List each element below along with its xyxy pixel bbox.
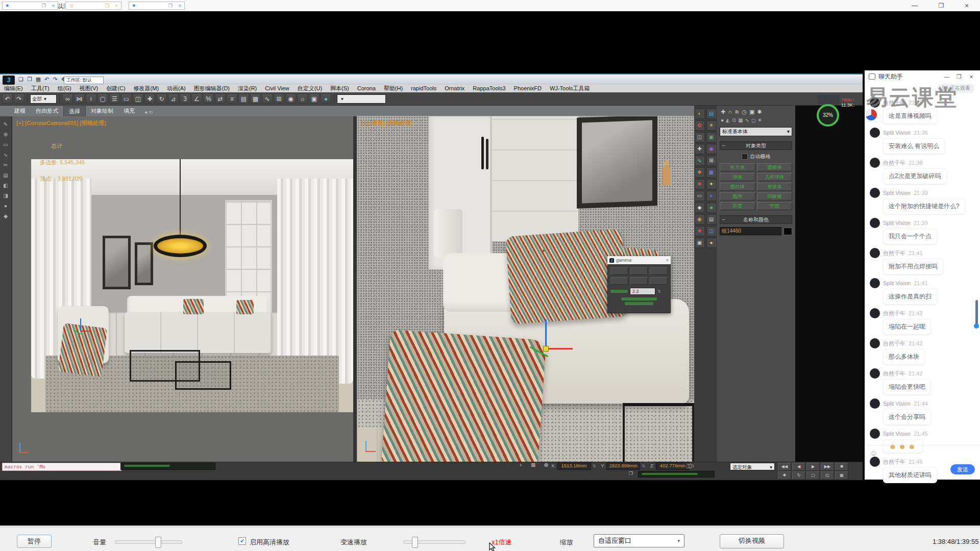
object-name-field[interactable]: 组14460 [720,227,781,235]
ribbon-tab[interactable]: 选择 [63,106,86,116]
graphite-icon[interactable]: ▦ [250,93,261,104]
undo-icon[interactable]: ↶ [44,76,49,83]
select-object-icon[interactable]: ▢ [97,93,108,104]
side-toolbar-icon[interactable]: ▦ [706,167,717,178]
spacewarps-cat-icon[interactable]: ◻ [751,117,755,123]
key-mode-icon[interactable]: ✱ [835,463,848,471]
orbit-icon[interactable]: ↻ [792,471,805,480]
chat-input-area[interactable]: ☺ 发送 [865,445,980,480]
hd-checkbox[interactable]: ✔ [238,537,246,545]
motion-tab-icon[interactable]: ◷ [742,109,747,115]
left-toolbar-icon[interactable]: ⊕ [4,132,8,137]
ribbon-tab[interactable]: 对象绘制 [86,106,118,116]
curve-editor-icon[interactable]: ∿ [262,93,273,104]
mirror-icon[interactable]: ⇄ [215,93,226,104]
mini-close-icon[interactable]: × [52,3,55,8]
window-crossing-icon[interactable]: ◫ [133,93,143,104]
side-toolbar-icon[interactable]: ● [706,238,717,248]
percent-snap-icon[interactable]: % [203,93,214,104]
menu-item[interactable]: 创建(C) [102,85,129,92]
zoom-extents-icon[interactable]: ▢ [806,471,820,480]
chat-close-button[interactable]: × [967,73,976,81]
select-and-link-icon[interactable]: ∞ [62,93,73,104]
create-tab-icon[interactable]: ✚ [721,109,725,115]
display-tab-icon[interactable]: ▣ [749,109,754,115]
set-key-icon[interactable]: ⚿ [687,462,692,470]
speed-slider-thumb[interactable] [412,537,418,548]
menu-item[interactable]: Civil View [261,85,293,92]
bind-spacewarp-icon[interactable]: ≀ [86,93,96,104]
gamma-close-icon[interactable]: × [666,258,669,263]
scale-icon[interactable]: ⊿ [168,93,179,104]
ribbon-tab[interactable]: 建模 [9,106,31,116]
left-toolbar-icon[interactable]: ▭ [3,142,8,147]
selection-mode-dropdown[interactable]: 选定对象▾ [730,463,775,470]
volume-slider-thumb[interactable] [155,537,161,548]
isolate-icon[interactable]: ♀ [519,462,523,468]
helpers-cat-icon[interactable]: ∿ [745,117,749,123]
gamma-preset-button[interactable] [630,277,648,285]
gamma-value-field[interactable]: 2.2 [630,288,655,295]
avatar[interactable] [870,308,880,318]
side-toolbar-icon[interactable]: ▣ [695,238,705,248]
geometry-cat-icon[interactable]: ● [721,117,724,123]
menu-item[interactable]: rapidTools [407,85,440,92]
volume-slider[interactable] [115,540,182,544]
side-toolbar-icon[interactable]: ◉ [706,144,717,154]
menu-item[interactable]: WJ-Tools工具箱 [546,85,594,92]
coordinate-spinner[interactable]: ⇅ [642,464,645,468]
material-editor-icon[interactable]: ◉ [285,93,296,104]
gamma-spinner[interactable]: ⇅ [657,289,661,294]
modify-tab-icon[interactable]: ∩ [728,109,732,115]
left-toolbar-icon[interactable]: ▤ [3,172,8,178]
gamma-dialog[interactable]: 3 gamma × 2.2 ⇅ [607,256,671,313]
coordinate-field[interactable]: 1513.18mm [557,462,591,470]
menu-item[interactable]: 编辑(E) [0,85,27,92]
window-close-button[interactable]: × [957,0,977,11]
gamma-preset-button[interactable] [650,267,668,275]
side-toolbar-icon[interactable]: ◐ [695,109,705,119]
avatar[interactable] [870,248,880,258]
lights-cat-icon[interactable]: ⊙ [732,117,736,123]
speed-slider[interactable] [403,540,465,544]
rendered-frame-icon[interactable]: ▣ [309,93,320,104]
menu-item[interactable]: 修改器(M) [130,85,163,92]
viewport-camera-label[interactable]: [+] [CoronaCamera001] [明暗处理] [16,119,106,127]
side-toolbar-icon[interactable]: ■ [706,203,717,213]
window-minimize-button[interactable]: — [904,0,925,11]
coordinate-spinner[interactable]: ⇅ [593,464,596,468]
offset-mode-icon[interactable]: ⊕ [544,462,548,468]
side-toolbar-icon[interactable]: ✿ [695,120,705,131]
align-icon[interactable]: ≡ [227,93,237,104]
render-setup-icon[interactable]: ☼ [297,93,308,104]
ribbon-minimize-icon[interactable]: ▴ ▭ [145,109,153,116]
avatar[interactable] [870,429,880,439]
minimized-window[interactable]: ● ❐ × [129,2,185,10]
side-toolbar-icon[interactable]: ◫ [706,226,717,236]
avatar[interactable] [870,188,880,198]
left-toolbar-icon[interactable]: ✂ [4,162,8,168]
move-icon[interactable]: ✚ [144,93,155,104]
left-toolbar-icon[interactable]: ● [4,203,7,209]
name-color-rollout[interactable]: −名称和颜色 [720,215,792,224]
avatar[interactable] [870,158,880,168]
zoom-region-icon[interactable]: ▦ [835,471,848,480]
open-file-icon[interactable]: ❐ [27,76,32,83]
left-toolbar-icon[interactable]: ∿ [4,152,8,158]
side-toolbar-icon[interactable]: ✚ [695,226,705,236]
avatar[interactable] [870,368,880,379]
menu-item[interactable]: Ornatrix [440,85,469,92]
left-toolbar-icon[interactable]: ◧ [3,183,8,188]
ribbon-tab[interactable]: 填充 [118,106,140,116]
left-toolbar-icon[interactable]: ◆ [4,213,8,219]
menu-item[interactable]: RappaTools3 [469,85,509,92]
chat-maximize-button[interactable]: ❐ [954,73,964,80]
gamma-preset-button[interactable] [650,277,668,285]
side-toolbar-icon[interactable]: ✚ [695,144,705,154]
avatar[interactable] [870,128,880,138]
primitive-button[interactable]: 管状体 [757,183,793,191]
pan-view-icon[interactable]: ✚ [778,471,791,480]
menu-item[interactable]: 组(G) [54,85,76,92]
primitive-button[interactable]: 平面 [757,202,793,210]
primitive-button[interactable]: 圆锥体 [757,163,793,171]
